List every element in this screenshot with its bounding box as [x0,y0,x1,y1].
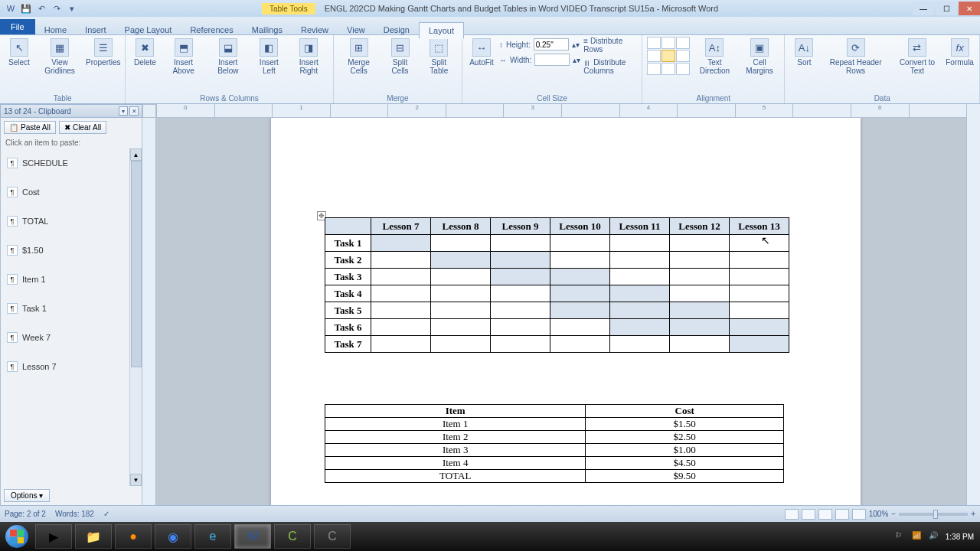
spinner-icon[interactable]: ▴▾ [572,41,580,49]
autofit-button[interactable]: ↔AutoFit [467,37,496,68]
vertical-scrollbar[interactable] [966,104,980,505]
page-indicator[interactable]: Page: 2 of 2 [5,510,46,518]
gantt-row-label[interactable]: Task 4 [325,285,371,302]
budget-cell[interactable]: Item 3 [325,444,586,457]
web-layout-view-button[interactable] [818,509,832,520]
split-cells-button[interactable]: ⊟Split Cells [382,37,417,77]
minimize-button[interactable]: — [913,2,934,15]
gantt-cell[interactable] [371,252,431,269]
gantt-row-label[interactable]: Task 7 [325,336,371,353]
tray-volume-icon[interactable]: 🔊 [929,531,939,542]
gantt-cell[interactable] [371,319,431,336]
system-tray[interactable]: ⚐ 📶 🔊 1:38 PM [895,531,980,542]
repeat-header-button[interactable]: ⟳Repeat Header Rows [822,37,889,77]
gantt-table[interactable]: Lesson 7Lesson 8Lesson 9Lesson 10Lesson … [325,217,789,353]
sort-button[interactable]: A↓Sort [789,37,818,68]
paste-all-button[interactable]: 📋Paste All [4,121,56,134]
gantt-cell[interactable] [550,319,610,336]
gantt-cell[interactable] [550,302,610,319]
gantt-cell[interactable] [670,285,730,302]
spinner-icon[interactable]: ▴▾ [573,56,580,64]
gantt-cell[interactable] [491,235,550,252]
qat-more-icon[interactable]: ▾ [66,2,78,15]
zoom-level[interactable]: 100% [869,510,889,518]
gantt-cell[interactable] [431,269,491,285]
gantt-header[interactable]: Lesson 13 [730,218,789,235]
gantt-row-label[interactable]: Task 5 [325,302,371,319]
merge-cells-button[interactable]: ⊞Merge Cells [338,37,380,77]
alignment-grid[interactable] [647,37,690,75]
gantt-row-label[interactable]: Task 2 [325,252,371,269]
budget-header[interactable]: Item [325,405,586,418]
budget-header[interactable]: Cost [586,405,784,418]
gantt-cell[interactable] [730,252,789,269]
file-tab[interactable]: File [0,19,35,34]
gantt-header[interactable]: Lesson 8 [431,218,491,235]
clear-all-button[interactable]: ✖Clear All [59,121,106,134]
clipboard-options-button[interactable]: Options ▾ [4,489,50,502]
vertical-ruler[interactable] [142,118,156,505]
gantt-header[interactable]: Lesson 12 [670,218,730,235]
taskbar-explorer[interactable]: 📁 [75,524,112,549]
gantt-cell[interactable] [550,269,610,285]
gantt-cell[interactable] [670,235,730,252]
taskbar-firefox[interactable]: ● [115,524,152,549]
gantt-cell[interactable] [670,302,730,319]
document-area[interactable]: ✥ Lesson 7Lesson 8Lesson 9Lesson 10Lesso… [156,118,966,505]
start-button[interactable] [0,522,34,551]
clipboard-item[interactable]: ¶Cost [1,178,142,207]
gantt-row-label[interactable]: Task 3 [325,269,371,285]
tray-network-icon[interactable]: 📶 [912,531,923,542]
gantt-cell[interactable] [550,336,610,353]
width-input[interactable] [534,54,570,66]
zoom-slider[interactable] [899,513,968,516]
gantt-row-label[interactable]: Task 1 [325,235,371,252]
save-icon[interactable]: 💾 [20,2,32,15]
gantt-cell[interactable] [431,252,491,269]
gantt-cell[interactable] [550,235,610,252]
gantt-cell[interactable] [670,252,730,269]
redo-icon[interactable]: ↷ [51,2,63,15]
scroll-thumb[interactable] [131,161,142,367]
tray-clock[interactable]: 1:38 PM [946,533,974,541]
select-button[interactable]: ↖Select [5,37,34,68]
budget-table[interactable]: ItemCostItem 1$1.50Item 2$2.50Item 3$1.0… [325,404,784,483]
close-button[interactable]: ✕ [959,2,980,15]
maximize-button[interactable]: ☐ [936,2,957,15]
clipboard-item[interactable]: ¶Task 1 [1,294,142,323]
insert-left-button[interactable]: ◧Insert Left [252,37,286,77]
gantt-cell[interactable] [730,235,789,252]
budget-cell[interactable]: Item 1 [325,418,586,431]
budget-cell[interactable]: $4.50 [586,457,784,470]
gantt-cell[interactable] [610,319,670,336]
gantt-cell[interactable] [670,269,730,285]
clipboard-item[interactable]: ¶SCHEDULE [1,148,142,178]
gantt-cell[interactable] [371,336,431,353]
gantt-cell[interactable] [610,269,670,285]
horizontal-ruler[interactable]: 0123456 [156,104,966,118]
insert-below-button[interactable]: ⬓Insert Below [207,37,249,77]
budget-cell[interactable]: TOTAL [325,470,586,483]
pane-dropdown-icon[interactable]: ▾ [119,106,128,116]
gantt-header[interactable]: Lesson 7 [371,218,431,235]
gantt-cell[interactable] [431,319,491,336]
taskbar-camtasia[interactable]: C [274,524,311,549]
clipboard-scrollbar[interactable]: ▲ ▼ [129,148,142,486]
gantt-cell[interactable] [371,302,431,319]
gantt-cell[interactable] [730,302,789,319]
clipboard-item[interactable]: ¶Item 1 [1,265,142,294]
scroll-down-icon[interactable]: ▼ [130,474,142,486]
zoom-in-button[interactable]: + [971,510,975,518]
word-count[interactable]: Words: 182 [55,510,94,518]
clipboard-item[interactable]: ¶Lesson 7 [1,352,142,381]
budget-cell[interactable]: $9.50 [586,470,784,483]
gantt-cell[interactable] [491,319,550,336]
convert-to-text-button[interactable]: ⇄Convert to Text [893,37,942,77]
gantt-cell[interactable] [371,235,431,252]
gantt-cell[interactable] [371,269,431,285]
taskbar-chrome[interactable]: ◉ [155,524,191,549]
gantt-cell[interactable] [610,336,670,353]
budget-cell[interactable]: $1.00 [586,444,784,457]
outline-view-button[interactable] [835,509,849,520]
budget-cell[interactable]: $2.50 [586,431,784,444]
